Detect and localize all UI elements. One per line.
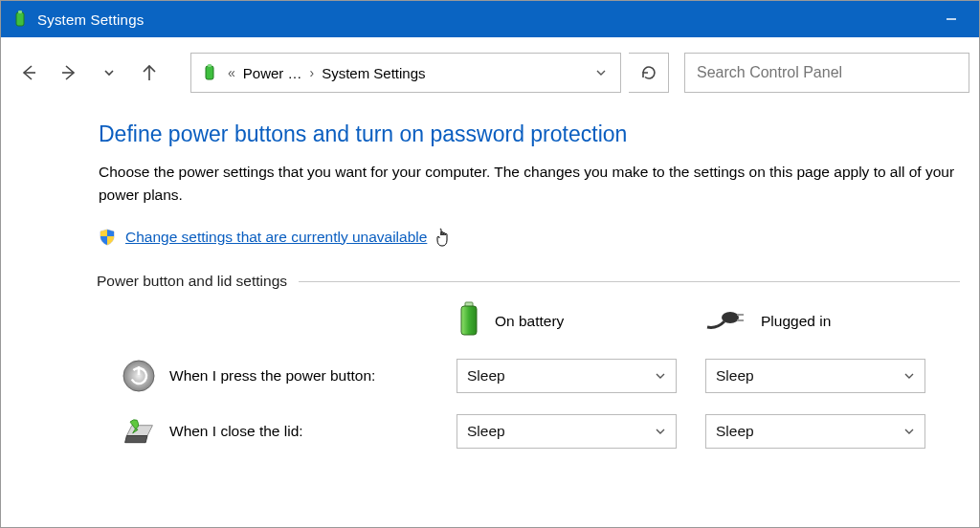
select-value: Sleep [716,423,754,440]
group-divider [299,281,960,282]
breadcrumb-back-sep: « [226,65,237,80]
chevron-down-icon [655,370,666,382]
chevron-down-icon [903,370,915,382]
breadcrumb[interactable]: « Power … › System Settings [190,53,621,93]
power-button-icon [122,359,156,393]
page-description: Choose the power settings that you want … [99,161,960,207]
select-value: Sleep [467,367,505,385]
column-plugged: Plugged in [705,308,954,335]
breadcrumb-sep: › [307,65,316,80]
search-input[interactable] [684,53,969,93]
back-button[interactable] [12,56,45,89]
page-heading: Define power buttons and turn on passwor… [99,121,960,147]
table-row: When I close the lid: Sleep Sleep [122,414,960,449]
power-button-plugged-select[interactable]: Sleep [705,359,925,393]
column-battery-label: On battery [495,313,564,330]
up-button[interactable] [133,56,166,89]
column-plugged-label: Plugged in [761,313,831,330]
group-label: Power button and lid settings [97,273,287,290]
chevron-down-icon [903,426,915,437]
svg-rect-6 [206,66,213,79]
row-label: When I press the power button: [169,367,375,385]
table-row: When I press the power button: Sleep Sle… [122,359,960,393]
svg-rect-9 [461,306,477,335]
breadcrumb-icon [199,62,220,83]
window-title: System Settings [37,11,144,28]
breadcrumb-dropdown-icon[interactable] [588,66,614,79]
select-value: Sleep [716,367,754,385]
titlebar: System Settings [1,1,979,37]
svg-rect-12 [737,319,744,321]
svg-rect-0 [16,12,24,26]
recent-dropdown[interactable] [93,56,125,89]
svg-point-13 [123,361,154,391]
svg-rect-11 [737,314,744,316]
minimize-button[interactable] [929,1,973,37]
cursor-icon [434,228,452,252]
content: Define power buttons and turn on passwor… [1,100,979,449]
change-settings-row: Change settings that are currently unava… [99,222,960,252]
change-settings-link[interactable]: Change settings that are currently unava… [125,229,427,246]
breadcrumb-level2[interactable]: System Settings [322,65,425,81]
column-battery: On battery [457,301,705,341]
forward-button[interactable] [53,56,85,89]
shield-icon [99,229,116,246]
row-label: When I close the lid: [169,423,303,440]
svg-rect-7 [208,64,212,67]
svg-rect-1 [18,11,22,13]
power-button-battery-select[interactable]: Sleep [457,359,677,393]
lid-plugged-select[interactable]: Sleep [705,414,925,449]
plug-icon [705,308,747,335]
select-value: Sleep [467,423,505,440]
laptop-lid-icon [122,414,156,449]
svg-point-10 [722,312,739,323]
app-icon [11,10,30,29]
refresh-button[interactable] [629,53,669,93]
chevron-down-icon [655,426,666,437]
column-headers: On battery Plugged in [122,301,960,341]
breadcrumb-level1[interactable]: Power … [243,65,302,81]
nav-toolbar: « Power … › System Settings [1,37,979,100]
group-header: Power button and lid settings [97,273,960,290]
power-table: On battery Plugged in [122,301,960,449]
battery-icon [457,301,481,341]
lid-battery-select[interactable]: Sleep [457,414,677,449]
